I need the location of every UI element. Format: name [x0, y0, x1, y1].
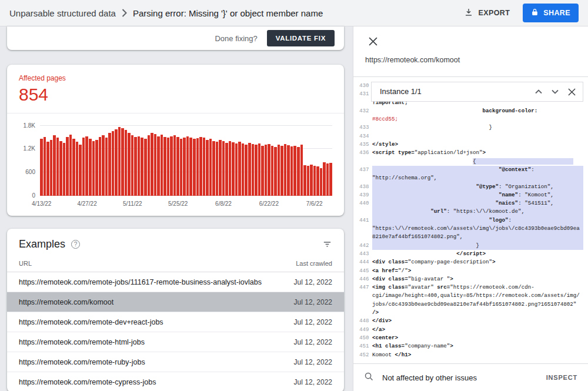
code-line: "https:\/\/remoteok.com\/assets\/img\/jo…	[359, 225, 583, 233]
example-last-crawled: Jul 12, 2022	[294, 358, 332, 366]
table-row[interactable]: https://remoteok.com/remote-ruby-jobsJul…	[7, 352, 344, 372]
chart-bar	[189, 138, 192, 196]
instance-navigator: Instance 1/1	[371, 82, 583, 102]
x-tick-label: 4/27/22	[77, 200, 96, 207]
close-panel-icon[interactable]	[365, 34, 380, 49]
chart-bar	[212, 141, 215, 196]
chart-bar	[245, 145, 248, 196]
code-line: 451<h1 class="company-name">	[359, 342, 583, 350]
examples-table-header: URL Last crawled	[7, 250, 344, 272]
table-row[interactable]: https://remoteok.com/remote-html-jobsJul…	[7, 332, 344, 352]
chart-bar	[196, 138, 199, 196]
chart-plot	[40, 125, 332, 196]
code-line: 434	[359, 132, 583, 141]
filter-icon[interactable]	[322, 239, 332, 249]
examples-title: Examples	[19, 238, 65, 250]
examples-card: Examples ? URL Last crawled https://remo…	[7, 229, 344, 391]
chevron-up-icon[interactable]	[531, 84, 546, 99]
chart-bar	[290, 146, 293, 196]
x-tick-label: 5/11/22	[123, 200, 142, 207]
y-tick-label: 600	[25, 169, 35, 175]
table-row[interactable]: https://remoteok.com/remote-dev+react-jo…	[7, 312, 344, 332]
chart-bar	[238, 142, 241, 196]
export-button[interactable]: EXPORT	[464, 8, 510, 19]
x-tick-label: 4/13/22	[32, 200, 51, 207]
search-icon	[364, 372, 374, 384]
chart-bar	[72, 139, 75, 196]
chart-bar	[248, 143, 251, 196]
validate-fix-card: Done fixing? VALIDATE FIX	[7, 26, 344, 50]
chart-bar	[115, 129, 118, 196]
chart-bar	[225, 143, 228, 196]
validate-fix-button[interactable]: VALIDATE FIX	[267, 30, 335, 46]
code-line: #8ccd55;	[359, 115, 583, 123]
table-row[interactable]: https://remoteok.com/remote-jobs/111617-…	[7, 272, 344, 292]
chart-bar	[186, 136, 189, 196]
chart-bar	[40, 139, 43, 196]
code-line: 444<div class="company-page-description"…	[359, 258, 583, 266]
code-line: jobs/c8c4393b0eae9cbd09ea8210e7af44bf165…	[359, 300, 583, 309]
chart-bar	[44, 137, 46, 196]
left-panel: Done fixing? VALIDATE FIX Affected pages…	[0, 26, 353, 391]
chart-bar	[50, 140, 53, 196]
chart-bar	[144, 139, 147, 196]
chart-bar	[92, 141, 95, 196]
share-label: SHARE	[543, 9, 570, 17]
chart-bar	[183, 138, 186, 196]
chart-bar	[105, 138, 108, 196]
chart-bar	[141, 138, 143, 196]
chart-bar	[229, 141, 232, 196]
chart-bar	[242, 143, 245, 196]
chart-bar	[180, 139, 183, 196]
header-actions: EXPORT SHARE	[464, 4, 579, 22]
y-tick-label: 1.2K	[23, 145, 35, 152]
chart-bar	[59, 141, 62, 196]
chart-bar	[79, 145, 82, 196]
chart-bar	[131, 135, 134, 196]
code-line: "http://schema.org",	[359, 174, 583, 182]
chart-bar	[216, 142, 219, 196]
chart-bar	[99, 137, 102, 196]
chart-bar	[125, 130, 128, 196]
example-last-crawled: Jul 12, 2022	[294, 378, 332, 386]
chart-bar	[297, 147, 300, 196]
chart-bar	[293, 146, 296, 196]
close-instance-icon[interactable]	[564, 84, 579, 99]
table-row[interactable]: https://remoteok.com/komootJul 12, 2022	[7, 292, 344, 312]
chart-bar	[284, 144, 287, 196]
affected-pages-count: 854	[19, 85, 332, 105]
chart-bar	[323, 162, 326, 196]
code-line: 452Komoot </h1>	[359, 351, 583, 359]
table-row[interactable]: https://remoteok.com/remote-cypress-jobs…	[7, 372, 344, 391]
affected-pages-label: Affected pages	[19, 74, 332, 82]
code-line: 439 "name": "Komoot",	[359, 191, 583, 199]
chart-bar	[300, 145, 303, 196]
chart-bar	[118, 127, 121, 196]
lock-icon	[531, 8, 539, 18]
chart-bar	[138, 136, 141, 196]
code-line: 8210e7af44bf1651074802.png",	[359, 233, 583, 241]
chevron-down-icon[interactable]	[547, 84, 563, 99]
inspect-link[interactable]: INSPECT	[546, 374, 577, 381]
chart-bar	[271, 146, 274, 196]
chart-bar	[95, 140, 98, 196]
example-last-crawled: Jul 12, 2022	[294, 318, 332, 326]
chart-bar	[222, 141, 225, 196]
chart-bar	[154, 134, 157, 196]
x-tick-label: 6/8/22	[215, 200, 232, 207]
chart-bar	[252, 144, 255, 196]
breadcrumb-root[interactable]: Unparsable structured data	[9, 8, 116, 18]
code-line: 441 "logo":	[359, 216, 583, 225]
x-tick-label: 6/22/22	[259, 200, 279, 207]
column-header-url: URL	[19, 260, 32, 267]
chart-bar	[53, 135, 56, 196]
chart-y-axis: 1.8K 1.2K 600 0	[19, 125, 40, 196]
code-line: "url": "https:\/\/komoot.de",	[359, 208, 583, 216]
chart-bar	[255, 145, 258, 196]
chart-bar	[121, 128, 124, 196]
share-button[interactable]: SHARE	[523, 4, 579, 22]
chart-bar	[76, 142, 79, 196]
chart-bar	[102, 135, 105, 196]
help-icon[interactable]: ?	[71, 240, 80, 249]
example-url: https://remoteok.com/remote-cypress-jobs	[19, 378, 163, 386]
